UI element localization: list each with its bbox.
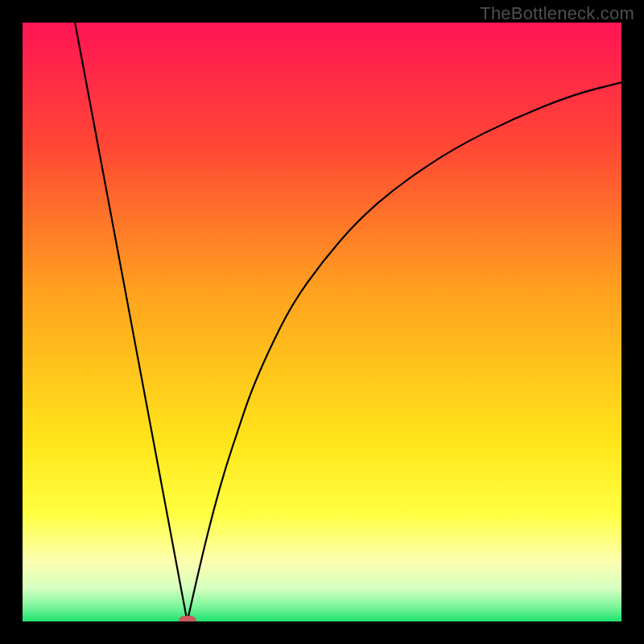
plot-area bbox=[23, 23, 621, 621]
chart-frame: TheBottleneck.com bbox=[0, 0, 644, 644]
gradient-background bbox=[23, 23, 621, 621]
chart-svg bbox=[23, 23, 621, 621]
optimum-marker bbox=[179, 616, 196, 621]
watermark-text: TheBottleneck.com bbox=[480, 3, 634, 24]
